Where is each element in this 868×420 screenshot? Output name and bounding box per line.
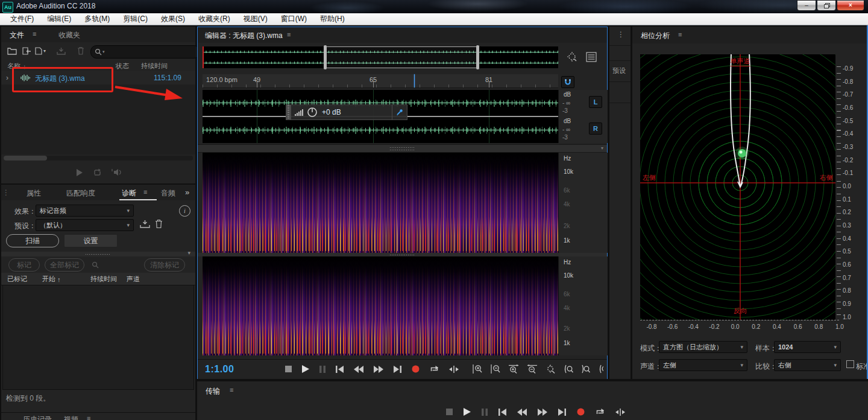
editor-scrollbar[interactable]: ▾ [198, 144, 607, 153]
skip-end-button[interactable] [394, 366, 401, 373]
rewind-button[interactable] [517, 409, 527, 416]
menu-multitrack[interactable]: 多轨(M) [78, 13, 116, 25]
marks-column-duration[interactable]: 持续时间 [90, 275, 117, 284]
time-display[interactable]: 1:1.00 [205, 364, 234, 375]
preview-autoplay-speaker-icon[interactable] [111, 168, 122, 177]
search-input[interactable]: ▾ [90, 45, 200, 59]
spectrogram-left[interactable] [203, 153, 558, 253]
loop-playback-button[interactable] [430, 365, 439, 373]
video-panel-menu-icon[interactable]: ≡ [87, 415, 90, 420]
files-scrollbar-thumb[interactable] [4, 156, 47, 161]
overview-strip[interactable] [203, 46, 558, 68]
scan-button[interactable]: 扫描 [6, 234, 59, 247]
fast-forward-button[interactable] [538, 409, 547, 416]
tab-video[interactable]: 视频 [64, 415, 78, 420]
overview-selection[interactable] [324, 46, 479, 68]
record-button[interactable] [412, 365, 420, 373]
stop-button[interactable] [285, 366, 292, 372]
gain-hud[interactable]: +0 dB [286, 104, 407, 120]
files-panel-menu-icon[interactable]: ≡ [33, 30, 36, 37]
spectrogram-right[interactable] [203, 256, 558, 355]
menu-effects[interactable]: 效果(S) [154, 13, 192, 25]
transport-panel-title[interactable]: 传输 [206, 386, 220, 396]
hud-grip[interactable] [286, 105, 291, 119]
tab-favorites[interactable]: 收藏夹 [58, 30, 80, 40]
preset-dropdown[interactable]: （默认）▾ [36, 219, 134, 231]
menu-window[interactable]: 窗口(W) [274, 13, 313, 25]
marks-table-body[interactable] [2, 285, 194, 390]
column-status[interactable]: 状态 [116, 62, 129, 71]
zoom-selection-out-icon[interactable] [581, 364, 591, 374]
zoom-reset-icon[interactable] [546, 364, 556, 374]
delete-preset-icon[interactable] [155, 219, 163, 228]
right-channel-button[interactable]: R [589, 122, 602, 135]
hud-pin-button[interactable] [392, 105, 407, 119]
timeline-ruler[interactable]: 120.0 bpm 49 65 81 [203, 74, 558, 88]
zoom-navigate-icon[interactable] [567, 51, 579, 63]
editor-title[interactable]: 编辑器 : 无标题 (3).wma [205, 31, 283, 41]
preview-loop-button[interactable] [93, 168, 102, 177]
loop-playback-button[interactable] [596, 408, 605, 416]
close-button[interactable]: × [837, 0, 864, 11]
files-scrollbar[interactable] [4, 156, 193, 161]
info-icon[interactable]: i [179, 205, 190, 217]
skip-end-button[interactable] [558, 409, 566, 416]
save-preset-icon[interactable] [140, 220, 150, 229]
compare-dropdown[interactable]: 右侧▾ [774, 359, 841, 371]
channel-dropdown[interactable]: 左侧▾ [659, 359, 747, 371]
zoom-in-vertical-icon[interactable] [472, 364, 482, 374]
marks-column-start[interactable]: 开始↑ [42, 275, 61, 284]
skip-start-button[interactable] [498, 409, 506, 416]
tab-overflow-icon[interactable]: » [185, 188, 189, 197]
gain-knob-icon[interactable] [307, 107, 318, 118]
zoom-selection-in-icon[interactable] [564, 364, 573, 374]
transport-panel-menu-icon[interactable]: ≡ [230, 386, 233, 393]
selection-left-handle[interactable] [324, 45, 327, 69]
menu-edit[interactable]: 编辑(E) [40, 13, 78, 25]
new-file-icon[interactable]: ▾ [35, 47, 46, 55]
rewind-button[interactable] [354, 366, 363, 373]
playhead[interactable] [414, 74, 415, 88]
left-channel-button[interactable]: L [589, 96, 602, 108]
menu-view[interactable]: 视图(V) [237, 13, 274, 25]
menu-help[interactable]: 帮助(H) [313, 13, 351, 25]
scrollbar-caret-icon[interactable]: ▾ [601, 145, 603, 151]
record-button[interactable] [577, 408, 585, 416]
restore-button[interactable] [817, 0, 836, 11]
marks-column-channel[interactable]: 声道 [127, 275, 140, 284]
skip-start-button[interactable] [336, 366, 344, 373]
open-file-icon[interactable] [7, 47, 17, 55]
marks-column-marked[interactable]: 已标记 [7, 275, 27, 284]
minimize-button[interactable]: – [797, 0, 816, 11]
play-button[interactable] [302, 365, 309, 373]
diagnostics-panel-menu-icon[interactable]: ≡ [143, 188, 147, 196]
skip-selection-button[interactable] [615, 409, 625, 416]
samples-dropdown[interactable]: 1024▾ [774, 341, 841, 353]
tab-match-loudness[interactable]: 匹配响度 [66, 188, 95, 199]
strip-presets-tab[interactable]: 预设 [612, 66, 626, 75]
settings-button[interactable]: 设置 [64, 234, 118, 247]
tab-properties[interactable]: 属性 [27, 188, 41, 199]
tab-diagnostics[interactable]: 诊断 [122, 188, 136, 199]
waveform-right-channel[interactable] [203, 117, 558, 143]
phase-panel-menu-icon[interactable]: ≡ [678, 31, 682, 38]
skip-selection-button[interactable] [449, 366, 459, 373]
stop-button[interactable] [446, 409, 453, 415]
preview-play-button[interactable] [76, 168, 83, 177]
snap-toggle[interactable] [561, 76, 574, 88]
phase-display[interactable]: 单声道 左侧 右侧 反向 [640, 54, 835, 320]
zoom-in-horizontal-icon[interactable] [508, 364, 519, 374]
menu-file[interactable]: 文件(F) [4, 13, 40, 25]
tab-files[interactable]: 文件 [10, 30, 24, 40]
section-caret-icon[interactable]: ▾ [187, 250, 190, 256]
zoom-clipped-icon[interactable] [599, 364, 603, 374]
effect-dropdown[interactable]: 标记音频▾ [36, 205, 134, 217]
play-button[interactable] [464, 408, 471, 416]
strip-panel-menu-icon[interactable]: ⋮ [617, 30, 624, 39]
phase-panel-title[interactable]: 相位分析 [641, 31, 670, 41]
zoom-out-vertical-icon[interactable] [490, 364, 500, 374]
normalize-checkbox[interactable] [846, 360, 854, 368]
menu-clip[interactable]: 剪辑(C) [116, 13, 154, 25]
section-divider[interactable]: ▾ [1, 252, 195, 256]
selection-right-handle[interactable] [476, 45, 479, 69]
